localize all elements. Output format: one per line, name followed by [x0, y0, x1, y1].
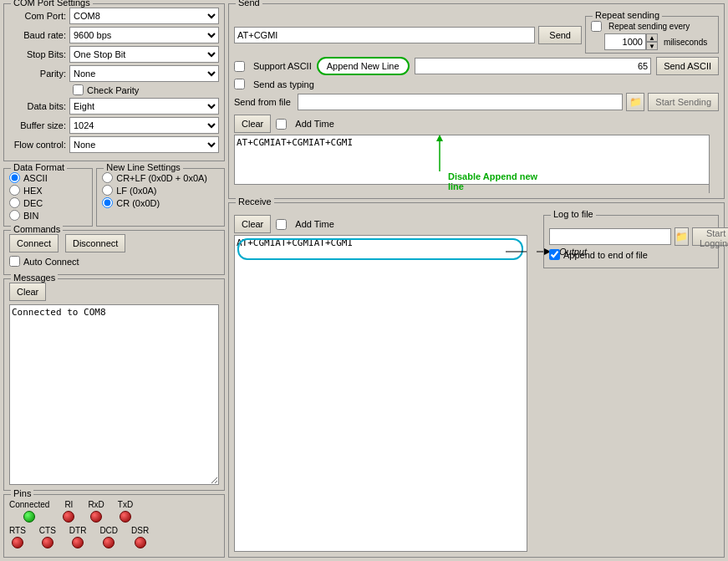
dtr-label: DTR — [69, 526, 87, 535]
check-parity-label: Check Parity — [87, 85, 139, 95]
receive-add-time-label: Add Time — [295, 219, 333, 229]
parity-label: Parity: — [9, 69, 69, 79]
repeat-checkbox[interactable] — [591, 21, 602, 32]
commands-title: Commands — [11, 224, 63, 234]
messages-clear-button[interactable]: Clear — [9, 283, 46, 301]
data-format-title: Data Format — [11, 162, 67, 172]
messages-textarea[interactable] — [9, 304, 219, 485]
connected-label: Connected — [9, 500, 49, 509]
send-clear-button[interactable]: Clear — [234, 115, 271, 133]
ascii-label: ASCII — [23, 173, 48, 183]
receive-clear-button[interactable]: Clear — [234, 215, 271, 233]
repeat-sending-box: Repeat sending Repeat sending every ▲ ▼ — [585, 16, 719, 54]
auto-connect-label: Auto Connect — [23, 257, 79, 267]
commands-box: Commands Connect Disconnect Auto Connect — [3, 230, 225, 275]
append-to-file-label: Append to end of file — [563, 250, 648, 260]
dec-radio[interactable] — [9, 197, 20, 208]
buffer-size-select[interactable]: 1024 — [69, 117, 219, 134]
send-file-input[interactable] — [298, 94, 623, 110]
log-file-input[interactable] — [549, 228, 671, 245]
dsr-label: DSR — [131, 526, 149, 535]
auto-connect-checkbox[interactable] — [9, 256, 20, 267]
ms-up-btn[interactable]: ▲ — [646, 33, 658, 42]
flow-control-label: Flow control: — [9, 140, 69, 150]
add-time-checkbox[interactable] — [276, 119, 287, 130]
baud-rate-select[interactable]: 9600 bps — [69, 27, 219, 43]
ms-input[interactable] — [604, 33, 646, 50]
log-section: Log to file 📁 Start Logging Append to en… — [543, 215, 719, 268]
lf-radio[interactable] — [102, 185, 113, 196]
add-time-label: Add Time — [295, 119, 333, 129]
com-port-settings-title: COM Port Settings — [11, 0, 93, 8]
ascii-radio[interactable] — [9, 172, 20, 183]
ascii-value-input[interactable] — [415, 58, 652, 74]
check-parity-checkbox[interactable] — [73, 84, 84, 95]
stop-bits-label: Stop Bits: — [9, 49, 69, 59]
connect-button[interactable]: Connect — [9, 234, 59, 252]
send-ascii-button[interactable]: Send ASCII — [656, 57, 719, 75]
rts-label: RTS — [9, 526, 26, 535]
dec-label: DEC — [23, 198, 43, 208]
bin-radio[interactable] — [9, 210, 20, 221]
browse-log-button[interactable]: 📁 — [675, 227, 689, 246]
cts-label: CTS — [39, 526, 56, 535]
com-port-label: Com Port: — [9, 11, 69, 21]
send-button[interactable]: Send — [538, 26, 582, 44]
messages-box: Messages Clear — [3, 278, 225, 491]
buffer-size-label: Buffer size: — [9, 120, 69, 130]
txd-led — [120, 511, 131, 523]
append-new-line-button[interactable]: Append New Line — [317, 57, 410, 75]
repeat-sending-title: Repeat sending — [593, 10, 662, 20]
rxd-label: RxD — [88, 500, 104, 509]
dsr-led — [135, 537, 146, 548]
data-bits-label: Data bits: — [9, 101, 69, 111]
rts-led — [12, 537, 23, 548]
disconnect-button[interactable]: Disconnect — [65, 234, 125, 252]
receive-panel-title: Receive — [236, 196, 274, 207]
ms-down-btn[interactable]: ▼ — [646, 42, 658, 50]
cr-label: CR (0x0D) — [116, 198, 160, 208]
receive-text-area: AT+CGMIAT+CGMIAT+CGMI — [234, 235, 537, 552]
flow-control-select[interactable]: None — [69, 136, 219, 153]
repeat-label: Repeat sending every — [608, 22, 690, 31]
cr-radio[interactable] — [102, 197, 113, 208]
data-bits-select[interactable]: Eight — [69, 98, 219, 115]
pins-title: Pins — [11, 488, 33, 498]
send-from-file-label: Send from file — [234, 97, 291, 107]
send-text-content: AT+CGMIAT+CGMIAT+CGMI — [237, 137, 353, 148]
cts-led — [42, 537, 53, 548]
send-panel-title: Send — [236, 0, 262, 8]
send-as-typing-checkbox[interactable] — [234, 79, 245, 89]
browse-file-button[interactable]: 📁 — [626, 93, 644, 111]
receive-scrollbar[interactable] — [527, 235, 537, 552]
bin-label: BIN — [23, 211, 38, 221]
log-section-title: Log to file — [551, 209, 596, 219]
start-logging-button[interactable]: Start Logging — [692, 227, 728, 246]
baud-rate-label: Baud rate: — [9, 30, 69, 40]
com-port-select[interactable]: COM8 — [69, 8, 219, 24]
new-line-settings-title: New Line Settings — [104, 162, 183, 172]
cr-lf-radio[interactable] — [102, 172, 113, 183]
send-input[interactable] — [234, 27, 535, 43]
support-ascii-checkbox[interactable] — [234, 61, 245, 72]
receive-add-time-checkbox[interactable] — [276, 219, 287, 230]
lf-label: LF (0x0A) — [116, 186, 156, 196]
stop-bits-select[interactable]: One Stop Bit — [69, 46, 219, 63]
send-as-typing-label: Send as typing — [253, 79, 314, 89]
send-scrollbar[interactable] — [709, 135, 719, 193]
start-sending-button[interactable]: Start Sending — [648, 93, 719, 111]
ri-label: RI — [64, 500, 73, 509]
ri-led — [63, 511, 74, 523]
hex-radio[interactable] — [9, 185, 20, 196]
dcd-led — [103, 537, 115, 548]
pins-box: Pins Connected RI RxD TxD — [3, 494, 225, 558]
append-to-file-checkbox[interactable] — [549, 249, 560, 260]
receive-panel: Receive Clear Add Time AT+CGMIAT+CGMIAT+… — [228, 202, 725, 558]
send-panel: Send Send Repeat sending Repeat sending … — [228, 3, 725, 199]
rxd-led — [90, 511, 102, 523]
cr-lf-label: CR+LF (0x0D + 0x0A) — [116, 173, 207, 183]
txd-label: TxD — [118, 500, 133, 509]
hex-label: HEX — [23, 186, 43, 196]
support-ascii-label: Support ASCII — [253, 61, 312, 71]
parity-select[interactable]: None — [69, 65, 219, 82]
